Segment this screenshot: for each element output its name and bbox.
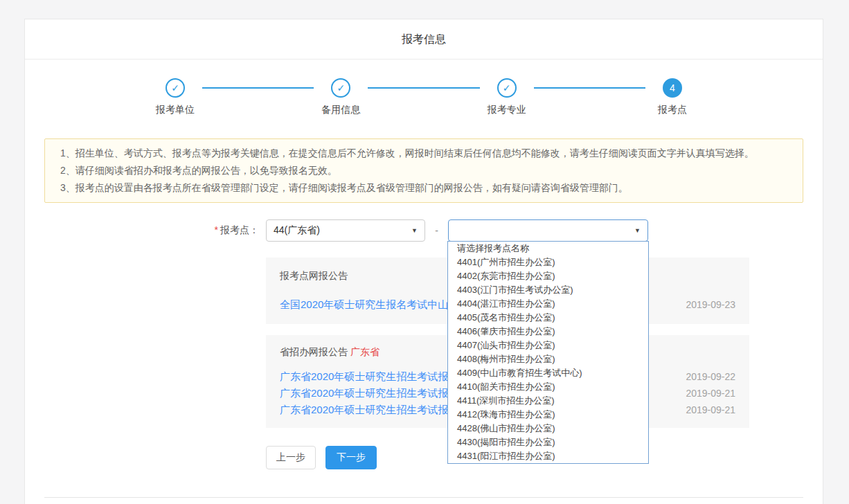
dropdown-option[interactable]: 4404(湛江市招生办公室) xyxy=(448,297,648,311)
dropdown-option[interactable]: 4412(珠海市招生办公室) xyxy=(448,408,648,422)
step-label: 报考单位 xyxy=(156,104,195,116)
notice-line-3: 3、报考点的设置由各报考点所在省级管理部门设定，请仔细阅读报考点及省级管理部门的… xyxy=(60,179,787,197)
dropdown-option[interactable]: 4431(阳江市招生办公室) xyxy=(448,449,648,463)
step-baokao-dian-current: 4 报考点 xyxy=(645,78,699,116)
notice-box: 1、招生单位、考试方式、报考点等为报考关键信息，在提交信息后不允许修改，网报时间… xyxy=(44,138,803,203)
wizard-stepper: ✓ 报考单位 ✓ 备用信息 ✓ 报考专业 4 报考点 xyxy=(44,60,803,116)
stepper-connector xyxy=(202,87,314,89)
dropdown-option[interactable]: 4402(东莞市招生办公室) xyxy=(448,269,648,283)
dropdown-option[interactable]: 请选择报考点名称 xyxy=(448,242,648,255)
step-label: 报考点 xyxy=(658,104,687,116)
chevron-down-icon: ▼ xyxy=(634,227,641,234)
exam-site-select[interactable]: ▼ xyxy=(448,219,648,242)
stepper-connector xyxy=(534,87,645,89)
dropdown-option[interactable]: 4411(深圳市招生办公室) xyxy=(448,394,648,408)
dropdown-option[interactable]: 4406(肇庆市招生办公室) xyxy=(448,325,648,339)
section-divider xyxy=(44,497,803,498)
previous-step-button[interactable]: 上一步 xyxy=(266,446,316,469)
dropdown-option[interactable]: 4403(江门市招生考试办公室) xyxy=(448,283,648,297)
stepper-connector xyxy=(368,87,479,89)
dropdown-option[interactable]: 4428(佛山市招生办公室) xyxy=(448,422,648,435)
announcement-date: 2019-09-22 xyxy=(686,371,735,382)
notice-line-1: 1、招生单位、考试方式、报考点等为报考关键信息，在提交信息后不允许修改，网报时间… xyxy=(60,145,787,162)
step-baokao-zhuanye: ✓ 报考专业 xyxy=(480,78,534,116)
province-tag: 广东省 xyxy=(350,346,379,357)
dropdown-option[interactable]: 4407(汕头市招生办公室) xyxy=(448,339,648,352)
page-title: 报考信息 xyxy=(25,19,823,60)
step-label: 备用信息 xyxy=(321,104,360,116)
step-number-badge: 4 xyxy=(663,78,682,98)
dropdown-option[interactable]: 4430(揭阳市招生办公室) xyxy=(448,435,648,449)
exam-site-dropdown-list: 请选择报考点名称 4401(广州市招生办公室) 4402(东莞市招生办公室) 4… xyxy=(447,241,649,464)
announcement-date: 2019-09-23 xyxy=(686,299,735,310)
dropdown-option[interactable]: 4410(韶关市招生办公室) xyxy=(448,380,648,394)
check-circle-icon: ✓ xyxy=(331,78,350,98)
step-beiyong-xinxi: ✓ 备用信息 xyxy=(314,78,368,116)
announcement-date: 2019-09-21 xyxy=(686,404,735,415)
dropdown-option[interactable]: 4409(中山市教育招生考试中心) xyxy=(448,366,648,380)
chevron-down-icon: ▼ xyxy=(411,227,418,234)
province-select-value: 44(广东省) xyxy=(274,224,320,237)
dropdown-option[interactable]: 4408(梅州市招生办公室) xyxy=(448,352,648,366)
province-select[interactable]: 44(广东省) ▼ xyxy=(266,219,425,242)
application-info-card: 报考信息 ✓ 报考单位 ✓ 备用信息 ✓ 报考专业 4 报考点 xyxy=(24,19,823,504)
next-step-button[interactable]: 下一步 xyxy=(325,446,377,469)
dropdown-option[interactable]: 4405(茂名市招生办公室) xyxy=(448,311,648,325)
exam-site-label: *报考点： xyxy=(44,224,266,237)
required-asterisk: * xyxy=(215,224,218,235)
select-separator: - xyxy=(425,225,448,236)
exam-site-form-row: *报考点： 44(广东省) ▼ - ▼ 请选择报考点名称 4401(广州市招生办… xyxy=(44,219,803,242)
announcement-date: 2019-09-21 xyxy=(686,388,735,399)
step-baokao-danwei: ✓ 报考单位 xyxy=(148,78,202,116)
step-label: 报考专业 xyxy=(488,104,526,116)
check-circle-icon: ✓ xyxy=(166,78,185,98)
check-circle-icon: ✓ xyxy=(497,78,517,98)
exam-site-select-wrap: ▼ 请选择报考点名称 4401(广州市招生办公室) 4402(东莞市招生办公室)… xyxy=(448,219,648,242)
dropdown-option[interactable]: 4401(广州市招生办公室) xyxy=(448,255,648,269)
notice-line-2: 2、请仔细阅读省招办和报考点的网报公告，以免导致报名无效。 xyxy=(60,162,787,179)
